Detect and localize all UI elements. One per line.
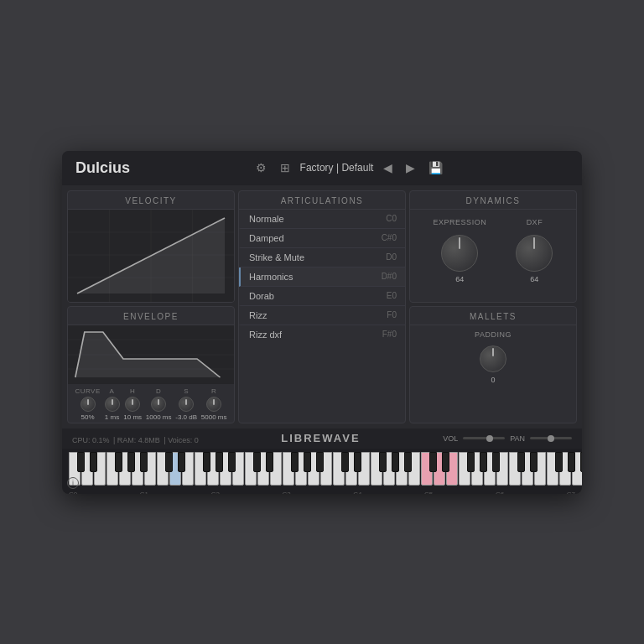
cpu-text: CPU: 0.1% xyxy=(72,436,110,444)
mallets-title: MALLETS xyxy=(410,307,576,325)
key-label-c3: C3 xyxy=(282,491,290,494)
art-key-2: D0 xyxy=(386,252,397,262)
articulations-panel: ARTICULATIONS Normale C0 Damped C#0 Stri… xyxy=(238,190,406,423)
decay-knob[interactable] xyxy=(151,397,166,412)
mallets-panel: MALLETS PADDING 0 xyxy=(409,306,577,423)
black-key-A#1[interactable] xyxy=(228,452,236,472)
hold-knob[interactable] xyxy=(125,397,140,412)
dynamics-title: DYNAMICS xyxy=(410,191,576,210)
sustain-knob-group: S -3.0 dB xyxy=(175,387,197,421)
black-key-F#0[interactable] xyxy=(115,452,122,472)
art-name-5: Rizz xyxy=(249,310,267,320)
black-key-D#5[interactable] xyxy=(530,452,538,472)
release-value: 5000 ms xyxy=(201,413,227,421)
black-key-F#1[interactable] xyxy=(203,452,210,472)
vol-pan: VOL PAN xyxy=(443,434,572,443)
black-key-D#2[interactable] xyxy=(266,452,273,472)
grid-icon[interactable]: ⊞ xyxy=(277,159,293,176)
black-key-C#3[interactable] xyxy=(341,452,349,472)
black-key-A#3[interactable] xyxy=(404,452,412,472)
brand-name: LIBREWAVE xyxy=(281,432,360,444)
vol-slider[interactable] xyxy=(463,437,505,439)
black-key-G#1[interactable] xyxy=(216,452,223,472)
art-key-0: C0 xyxy=(386,214,397,223)
prev-preset-icon[interactable]: ◀ xyxy=(380,159,396,176)
black-key-F#2[interactable] xyxy=(291,452,299,472)
black-key-D#1[interactable] xyxy=(178,452,185,472)
sustain-knob[interactable] xyxy=(179,397,194,412)
expression-knob[interactable] xyxy=(441,235,478,272)
pan-label: PAN xyxy=(510,434,525,443)
hold-value: 10 ms xyxy=(123,413,142,421)
black-key-F#5[interactable] xyxy=(555,452,563,472)
black-key-G#2[interactable] xyxy=(304,452,311,472)
title-bar: Dulcius ⚙ ⊞ Factory | Default ◀ ▶ 💾 xyxy=(62,151,582,185)
next-preset-icon[interactable]: ▶ xyxy=(402,159,418,176)
keyboard xyxy=(62,452,582,489)
info-icon[interactable]: i xyxy=(67,477,79,489)
articulation-item-0[interactable]: Normale C0 xyxy=(239,210,405,229)
articulation-item-3[interactable]: Harmonics D#0 xyxy=(239,267,405,287)
articulation-item-2[interactable]: Strike & Mute D0 xyxy=(239,248,405,267)
black-key-C#5[interactable] xyxy=(517,452,525,472)
black-key-C#2[interactable] xyxy=(253,452,261,472)
release-label: R xyxy=(211,387,216,395)
black-key-F#3[interactable] xyxy=(379,452,387,472)
dynamics-knobs: EXPRESSION 64 DXF 64 xyxy=(410,210,576,287)
art-name-1: Damped xyxy=(249,233,284,243)
curve-knob[interactable] xyxy=(80,397,96,412)
black-key-F#4[interactable] xyxy=(467,452,475,472)
art-key-6: F#0 xyxy=(382,330,397,339)
black-key-C#4[interactable] xyxy=(429,452,437,472)
pan-slider[interactable] xyxy=(530,437,572,439)
articulation-item-6[interactable]: Rizz dxf F#0 xyxy=(239,325,405,344)
dxf-value: 64 xyxy=(530,275,538,283)
art-name-3: Harmonics xyxy=(249,272,293,282)
dxf-knob-group: DXF 64 xyxy=(516,218,553,283)
articulation-item-1[interactable]: Damped C#0 xyxy=(239,229,405,248)
art-key-3: D#0 xyxy=(382,272,397,281)
black-key-C#0[interactable] xyxy=(77,452,85,472)
dxf-label: DXF xyxy=(527,218,543,226)
key-label-c2: C2 xyxy=(211,491,220,494)
black-key-G#3[interactable] xyxy=(392,452,399,472)
curve-knob-group: CURVE 50% xyxy=(75,387,100,421)
black-key-A#0[interactable] xyxy=(140,452,148,472)
black-key-D#0[interactable] xyxy=(90,452,97,472)
release-knob[interactable] xyxy=(206,397,221,412)
padding-knob[interactable] xyxy=(480,345,506,372)
attack-label: A xyxy=(110,387,115,395)
envelope-canvas xyxy=(68,325,234,384)
art-name-4: Dorab xyxy=(249,291,274,301)
black-key-G#5[interactable] xyxy=(568,452,575,472)
black-key-C#1[interactable] xyxy=(165,452,173,472)
art-name-2: Strike & Mute xyxy=(249,252,304,262)
attack-knob-group: A 1 ms xyxy=(105,387,120,421)
velocity-panel: VELOCITY xyxy=(67,190,235,303)
key-label-c7: C7 xyxy=(567,491,575,494)
preset-name: Factory | Default xyxy=(300,162,374,174)
black-key-D#4[interactable] xyxy=(442,452,449,472)
black-key-G#0[interactable] xyxy=(127,452,135,472)
hold-label: H xyxy=(130,387,135,395)
padding-value: 0 xyxy=(491,376,495,384)
art-key-4: E0 xyxy=(387,291,397,300)
articulation-item-5[interactable]: Rizz F0 xyxy=(239,306,405,325)
save-icon[interactable]: 💾 xyxy=(425,159,446,176)
black-key-A#5[interactable] xyxy=(580,452,582,472)
black-key-D#3[interactable] xyxy=(354,452,361,472)
art-key-5: F0 xyxy=(387,310,397,319)
black-key-A#2[interactable] xyxy=(316,452,324,472)
black-key-A#4[interactable] xyxy=(492,452,500,472)
settings-icon[interactable]: ⚙ xyxy=(252,159,270,176)
mallets-inner: PADDING 0 xyxy=(410,325,576,389)
articulation-item-4[interactable]: Dorab E0 xyxy=(239,287,405,306)
dxf-knob[interactable] xyxy=(516,235,553,272)
expression-value: 64 xyxy=(455,275,464,283)
articulations-title: ARTICULATIONS xyxy=(239,191,405,210)
black-key-G#4[interactable] xyxy=(480,452,487,472)
key-label-c4: C4 xyxy=(353,491,361,494)
curve-label: CURVE xyxy=(75,387,100,395)
voices-text: Voices: 0 xyxy=(168,436,199,444)
attack-knob[interactable] xyxy=(105,397,120,412)
